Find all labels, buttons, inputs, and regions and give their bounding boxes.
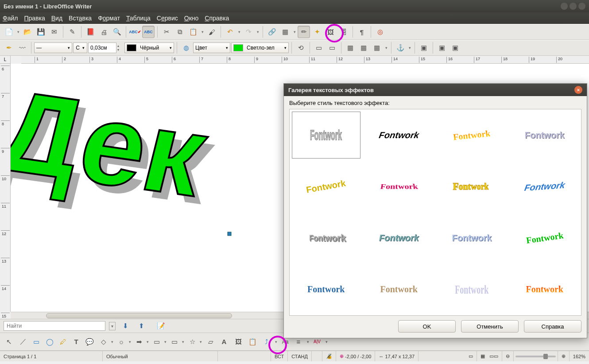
new-doc-button[interactable]: 📄 (3, 26, 15, 38)
fontwork-object[interactable]: Дек Дек (11, 64, 294, 250)
fontwork-gallery-grid[interactable]: Fontwork Fontwork Fontwork Fontwork Font… (289, 109, 581, 316)
to-background-button[interactable]: ▭ (326, 42, 338, 54)
copy-button[interactable]: ⧉ (174, 26, 186, 38)
extrusion-button[interactable]: 📋 (246, 336, 259, 348)
fontwork-style-3[interactable]: Fontwork (435, 109, 508, 161)
fontwork-align-dropdown[interactable]: ▾ (306, 340, 310, 344)
edit-points-button[interactable]: ✒ (3, 42, 15, 54)
status-selmode[interactable]: СТАНД (288, 351, 312, 361)
fontwork-shape-dropdown[interactable]: ▾ (274, 340, 278, 344)
gallery-button[interactable]: 🖼 (324, 26, 337, 38)
find-dropdown-icon[interactable]: ▾ (109, 322, 116, 330)
status-view-multi[interactable]: ▦ (477, 351, 486, 361)
show-draw-functions-button[interactable]: ✏ (298, 26, 310, 38)
menu-help[interactable]: Справка (205, 15, 229, 22)
status-page[interactable]: Страница 1 / 1 (0, 351, 103, 361)
freeform-tool[interactable]: 🖊 (57, 336, 69, 348)
menu-edit[interactable]: Правка (24, 15, 45, 22)
paste-dropdown[interactable]: ▾ (200, 30, 205, 34)
format-paintbrush-button[interactable]: 🖌 (205, 26, 218, 38)
ungroup-button[interactable]: ▣ (449, 42, 461, 54)
status-view-single[interactable]: ▭ (465, 351, 477, 361)
export-pdf-button[interactable]: 📕 (84, 26, 97, 38)
minimize-button[interactable] (561, 3, 568, 10)
paste-button[interactable]: 📋 (187, 26, 199, 38)
dialog-help-button[interactable]: Справка (524, 320, 581, 333)
data-sources-button[interactable]: 🗄 (337, 26, 350, 38)
fontwork-gallery-button[interactable]: A (218, 336, 230, 348)
auto-spellcheck-button[interactable]: ABC (142, 26, 155, 38)
dialog-cancel-button[interactable]: Отменить (461, 320, 519, 333)
to-foreground-button[interactable]: ▭ (313, 42, 325, 54)
anchor-dropdown[interactable]: ▾ (407, 46, 412, 50)
star-shapes-dropdown[interactable]: ▾ (198, 340, 203, 344)
fontwork-spacing-dropdown[interactable]: ▾ (324, 340, 329, 344)
open-button[interactable]: 📂 (21, 26, 34, 38)
status-view-book[interactable]: ▭▭ (486, 351, 502, 361)
new-doc-dropdown[interactable]: ▾ (16, 30, 20, 34)
arrow-style-combo[interactable]: —▾ (34, 43, 72, 53)
flowchart-shapes-tool[interactable]: ▭ (151, 336, 163, 348)
fontwork-shape-button[interactable]: ⤴ (260, 336, 273, 348)
flowchart-shapes-dropdown[interactable]: ▾ (163, 340, 167, 344)
scrollbar-thumb[interactable] (46, 313, 232, 318)
group-button[interactable]: ▣ (436, 42, 448, 54)
fontwork-style-5[interactable]: Fontwork (290, 161, 363, 212)
zoom-value[interactable]: 162% (570, 351, 589, 361)
area-fill-button[interactable]: ◍ (180, 42, 192, 54)
line-cap-combo[interactable]: C▾ (73, 43, 87, 53)
table-button[interactable]: ▦ (279, 26, 291, 38)
status-insert[interactable]: ВСТ (271, 351, 288, 361)
select-tool[interactable]: ↖ (3, 336, 15, 348)
dialog-titlebar[interactable]: Галерея текстовых эффектов × (284, 84, 587, 96)
fontwork-style-9[interactable]: Fontwork (290, 213, 363, 264)
dialog-close-button[interactable]: × (574, 86, 582, 94)
redo-button[interactable]: ↷ (242, 26, 255, 38)
zoom-out-button[interactable]: ⊖ (502, 351, 514, 361)
fontwork-style-7[interactable]: Fontwork (435, 161, 508, 212)
rect-tool[interactable]: ▭ (30, 336, 43, 348)
line-width-up[interactable]: ▴ (117, 44, 124, 48)
find-input[interactable] (4, 321, 105, 331)
print-button[interactable]: 🖨 (97, 26, 110, 38)
fontwork-style-1[interactable]: Fontwork (290, 109, 363, 161)
wrap-button[interactable]: ▣ (418, 42, 430, 54)
symbol-shapes-tool[interactable]: ☼ (115, 336, 128, 348)
line-width-down[interactable]: ▾ (117, 48, 124, 52)
fontwork-style-2[interactable]: Fontwork (363, 109, 436, 161)
fontwork-style-4[interactable]: Fontwork (508, 109, 581, 161)
fontwork-style-16[interactable]: Fontwork (508, 264, 581, 315)
callout-shapes-tool[interactable]: ▭ (168, 336, 181, 348)
menu-service[interactable]: Сервис (157, 15, 178, 22)
ellipse-tool[interactable]: ◯ (43, 336, 56, 348)
fontwork-style-15[interactable]: Fontwork (435, 264, 508, 315)
print-preview-button[interactable]: 🔍 (111, 26, 123, 38)
undo-dropdown[interactable]: ▾ (237, 30, 241, 34)
menu-insert[interactable]: Вставка (69, 15, 92, 22)
email-button[interactable]: ✉ (48, 26, 60, 38)
zoom-in-button[interactable]: ⊕ (558, 351, 570, 361)
menu-window[interactable]: Окно (184, 15, 199, 22)
spellcheck-button[interactable]: ABC✔ (129, 26, 141, 38)
find-replace-button[interactable]: 📝 (155, 320, 167, 332)
nonprinting-chars-button[interactable]: ¶ (356, 26, 368, 38)
menu-format[interactable]: Формат (98, 15, 120, 22)
points-tool[interactable]: ▱ (205, 336, 217, 348)
arrow-shapes-dropdown[interactable]: ▾ (145, 340, 150, 344)
status-signature[interactable]: 🔏 (322, 351, 336, 361)
send-back-button[interactable]: ▦ (357, 42, 370, 54)
symbol-shapes-dropdown[interactable]: ▾ (128, 340, 132, 344)
horizontal-ruler[interactable]: 1234567891011121314151617181920 (21, 56, 589, 64)
fontwork-style-10[interactable]: Fontwork (363, 213, 436, 264)
fontwork-style-14[interactable]: Fontwork (363, 264, 436, 315)
undo-button[interactable]: ↶ (224, 26, 236, 38)
from-file-button[interactable]: 🖼 (232, 336, 244, 348)
basic-shapes-dropdown[interactable]: ▾ (110, 340, 114, 344)
fontwork-style-13[interactable]: Fontwork (290, 264, 363, 315)
bring-front-button[interactable]: ▦ (344, 42, 356, 54)
find-next-button[interactable]: ⬇ (119, 320, 132, 332)
star-shapes-tool[interactable]: ☆ (186, 336, 198, 348)
text-tool[interactable]: T (70, 336, 82, 348)
basic-shapes-tool[interactable]: ◇ (97, 336, 110, 348)
table-dropdown[interactable]: ▾ (292, 30, 297, 34)
